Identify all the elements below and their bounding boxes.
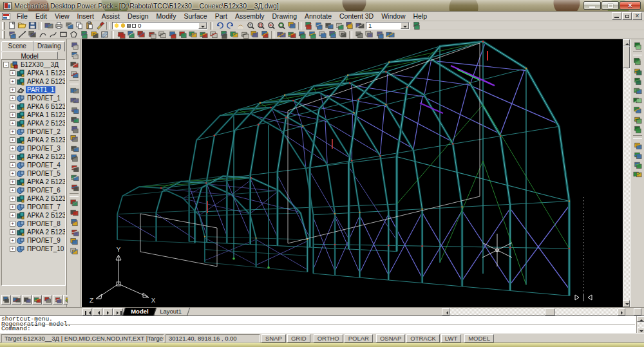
filter-button[interactable] [43,295,52,305]
fillet-button[interactable] [218,30,229,39]
tree-expand-box[interactable]: + [10,187,15,193]
menu-insert[interactable]: Insert [73,12,98,21]
menu-assist[interactable]: Assist [98,12,124,21]
spline-button[interactable] [48,30,58,39]
front-view-button[interactable] [313,21,323,30]
command-scrollbar[interactable] [636,316,644,333]
assemble-button[interactable] [69,198,80,208]
menu-annotate[interactable]: Annotate [301,12,336,21]
new-part-button[interactable] [69,86,80,95]
tree-expand-box[interactable]: + [10,145,15,151]
preferences-button[interactable] [632,169,643,179]
menu-file[interactable]: File [13,12,32,21]
command-scroll-up[interactable] [637,316,644,322]
hatch-button[interactable] [99,30,109,39]
toggle-ortho[interactable]: ORTHO [314,334,343,342]
open-button[interactable] [17,21,27,30]
tree-item-арка-1-б1230_1[interactable]: +АРКА 1 Б1230_1 [2,69,65,77]
tree-expand-box[interactable]: + [10,162,15,168]
scale-tool-button[interactable] [146,30,156,39]
tree-expand-box[interactable]: + [10,212,15,218]
named-views-button[interactable] [303,21,313,30]
tree-expand-box[interactable]: + [10,179,15,185]
background-button[interactable] [632,124,643,134]
leader-button[interactable] [384,30,395,39]
dim-power-button[interactable] [354,30,364,39]
point-style-button[interactable] [89,30,99,39]
prev-tab-button[interactable] [93,308,102,315]
layer-combo[interactable]: 0 [112,22,207,30]
vertical-scrollbar[interactable] [623,39,630,307]
tree-expand-box[interactable]: + [10,104,15,109]
grid-tool-button[interactable] [239,30,249,39]
tree-item-арка-2-б1230_2[interactable]: +АРКА 2 Б1230_2 [2,119,65,127]
tree-expand-box[interactable]: + [10,246,15,252]
toggle-grid[interactable]: GRID [287,334,310,342]
workaxis-button[interactable] [69,182,80,192]
command-prompt[interactable]: Command: [1,324,635,332]
tree-item-пролет_2[interactable]: +ПРОЛЕТ_2 [2,127,65,136]
text-button[interactable] [276,30,286,39]
tree-item-пролет_10[interactable]: +ПРОЛЕТ_10 [2,245,65,253]
menu-part[interactable]: Part [211,12,231,21]
new-button[interactable] [6,21,17,30]
close-button[interactable]: × [620,1,641,10]
tree-expand-box[interactable]: + [10,129,15,135]
tree-expand-box[interactable]: + [10,204,15,210]
scroll-down-arrow[interactable] [623,300,630,307]
tree-expand-box[interactable]: + [10,238,15,243]
tab-drawing[interactable]: Drawing [33,41,66,52]
revolve-button[interactable] [69,144,80,153]
distance-button[interactable] [354,21,365,30]
tree-expand-box[interactable]: + [10,70,15,76]
3d-orbit-button[interactable] [323,21,334,30]
redo-button[interactable] [225,21,235,30]
copy-button[interactable] [74,21,84,30]
tree-expand-box[interactable]: - [3,62,9,68]
power-snap-button[interactable] [411,21,421,30]
tree-item-пролет_4[interactable]: +ПРОЛЕТ_4 [2,161,65,169]
zoom-all-button[interactable] [276,21,287,30]
mtext-button[interactable] [286,30,296,39]
menu-help[interactable]: Help [410,12,431,21]
scale-combo-dropdown-icon[interactable] [401,23,409,29]
last-tab-button[interactable] [113,308,123,315]
tree-item-пролет_1[interactable]: +ПРОЛЕТ_1 [2,94,65,102]
tree-item-пролет_3[interactable]: +ПРОЛЕТ_3 [2,144,65,153]
tree-item-арка-2-б1230_8[interactable]: +АРКА 2 Б1230_8 [2,211,65,220]
toggle-polar[interactable]: POLAR [345,334,373,342]
paste-button[interactable] [84,21,95,30]
toggle-model[interactable]: MODEL [464,334,494,342]
render-button[interactable] [632,41,643,50]
menu-content-3d[interactable]: Content 3D [336,12,377,21]
spotlight-button[interactable] [632,76,643,86]
stats-button[interactable] [632,160,643,169]
tree-item-арка-1-б1230_2[interactable]: +АРКА 1 Б1230_2 [2,111,65,119]
construction-line-button[interactable] [27,30,37,39]
extend-button[interactable] [198,30,208,39]
tree-expand-box[interactable]: + [10,87,15,93]
tab-scene[interactable]: Scene [1,41,33,52]
props-button[interactable] [69,70,80,79]
preview-button[interactable] [64,21,74,30]
toggle-snap[interactable]: SNAP [261,334,286,342]
combine-button[interactable] [69,208,80,218]
menu-drawing[interactable]: Drawing [268,12,301,21]
menu-design[interactable]: Design [124,12,153,21]
filter-button[interactable] [69,50,80,60]
polygon-button[interactable] [68,30,79,39]
refresh-button[interactable] [115,30,126,39]
cut-button[interactable] [69,218,80,227]
materials-button[interactable] [632,95,643,105]
aerial-view-button[interactable] [287,21,297,30]
rotate-view-button[interactable] [334,21,344,30]
join-button[interactable] [69,227,80,237]
text-style-button[interactable] [307,30,317,39]
line-button[interactable] [17,30,27,39]
matlib-button[interactable] [632,105,643,115]
catalog-button[interactable] [22,295,32,305]
rectangle-button[interactable] [58,30,68,39]
scene-button[interactable] [632,57,643,66]
scroll-left-arrow[interactable] [442,308,450,315]
menu-assembly[interactable]: Assembly [231,12,269,21]
